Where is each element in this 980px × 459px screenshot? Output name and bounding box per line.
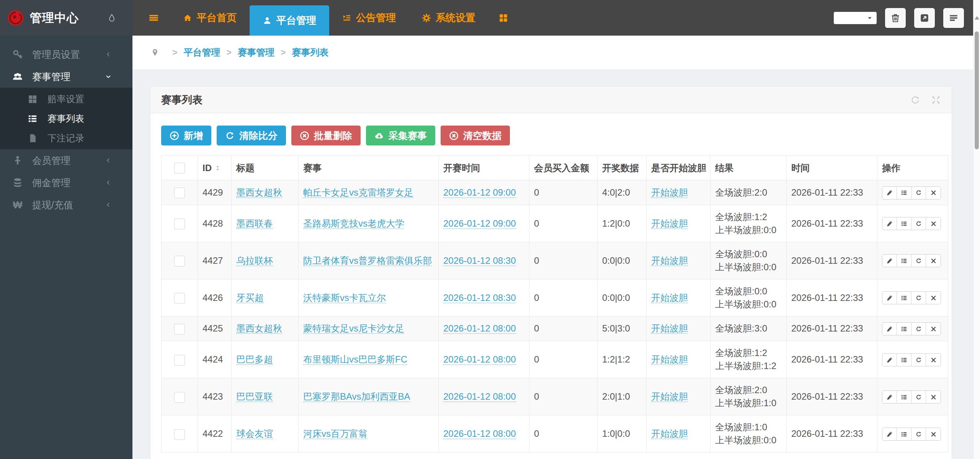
row-reload-button[interactable] [911, 217, 926, 230]
sidebar-item-withdraw-recharge[interactable]: ₩提现/充值 [0, 194, 132, 216]
row-edit-button[interactable] [882, 292, 897, 304]
row-edit-button[interactable] [882, 391, 897, 403]
cell-start-time-link[interactable]: 2026-01-12 08:00 [443, 428, 516, 439]
sidebar-item-match-manage[interactable]: 赛事管理 [0, 65, 132, 88]
breadcrumb-link[interactable]: 赛事管理 [238, 47, 274, 57]
nav-item-notice-manage[interactable]: 公告管理 [329, 0, 409, 36]
cell-title-link[interactable]: 墨西联春 [236, 218, 273, 229]
scrollbar-up-arrow[interactable] [975, 16, 979, 20]
row-list-button[interactable] [897, 323, 911, 335]
row-edit-button[interactable] [882, 428, 897, 440]
trash-button[interactable] [885, 8, 906, 28]
row-delete-button[interactable] [926, 391, 941, 403]
sidebar-subitem-match-list[interactable]: 赛事列表 [0, 109, 132, 128]
row-edit-button[interactable] [882, 255, 897, 267]
cell-match-link[interactable]: 防卫者体育vs普罗格雷索俱乐部 [303, 255, 432, 266]
row-list-button[interactable] [897, 255, 911, 267]
hamburger-icon[interactable] [149, 0, 158, 36]
row-reload-button[interactable] [911, 323, 926, 335]
header-select[interactable] [834, 12, 877, 24]
cell-start-time-link[interactable]: 2026-01-12 08:30 [443, 292, 516, 303]
cell-bodan-link[interactable]: 开始波胆 [651, 428, 688, 439]
row-delete-button[interactable] [926, 187, 941, 199]
row-edit-button[interactable] [882, 323, 897, 335]
row-checkbox[interactable] [174, 188, 185, 198]
sidebar-item-commission-manage[interactable]: 佣金管理 [0, 172, 132, 194]
row-list-button[interactable] [897, 187, 911, 199]
cell-start-time-link[interactable]: 2026-01-12 08:00 [443, 391, 516, 402]
row-delete-button[interactable] [926, 217, 941, 230]
cell-bodan-link[interactable]: 开始波胆 [651, 292, 688, 303]
row-delete-button[interactable] [926, 292, 941, 304]
add-button[interactable]: 新增 [161, 126, 211, 145]
cell-title-link[interactable]: 牙买超 [236, 292, 264, 303]
cell-bodan-link[interactable]: 开始波胆 [651, 255, 688, 266]
nav-item-platform-manage[interactable]: 平台管理 [250, 5, 329, 36]
row-checkbox[interactable] [174, 256, 185, 266]
cell-start-time-link[interactable]: 2026-01-12 08:00 [443, 354, 516, 365]
row-checkbox[interactable] [174, 293, 185, 304]
nav-item-platform-home[interactable]: 平台首页 [170, 0, 250, 36]
clear-data-button[interactable]: 清空数据 [441, 126, 510, 145]
row-reload-button[interactable] [911, 391, 926, 403]
row-edit-button[interactable] [882, 354, 897, 366]
sidebar-subitem-bet-records[interactable]: 下注记录 [0, 128, 132, 148]
cell-title-link[interactable]: 墨西女超秋 [236, 187, 282, 198]
row-reload-button[interactable] [911, 354, 926, 366]
cell-title-link[interactable]: 墨西女超秋 [236, 323, 282, 334]
row-reload-button[interactable] [911, 428, 926, 440]
row-edit-button[interactable] [882, 187, 897, 199]
row-list-button[interactable] [897, 354, 911, 366]
sidebar-item-admin-settings[interactable]: 管理员设置 [0, 43, 132, 65]
cell-bodan-link[interactable]: 开始波胆 [651, 391, 688, 402]
cell-match-link[interactable]: 蒙特瑞女足vs尼卡沙女足 [303, 323, 404, 334]
cell-bodan-link[interactable]: 开始波胆 [651, 187, 688, 198]
breadcrumb-link[interactable]: 赛事列表 [292, 47, 328, 57]
cell-title-link[interactable]: 乌拉联杯 [236, 255, 273, 266]
nav-item-system-settings[interactable]: 系统设置 [409, 0, 488, 36]
cell-match-link[interactable]: 沃特豪斯vs卡瓦立尔 [303, 292, 386, 303]
cell-match-link[interactable]: 圣路易斯竞技vs老虎大学 [303, 218, 404, 229]
row-list-button[interactable] [897, 391, 911, 403]
cell-match-link[interactable]: 布里顿斯山vs巴巴多斯FC [303, 354, 407, 365]
cell-start-time-link[interactable]: 2026-01-12 09:00 [443, 218, 516, 229]
row-delete-button[interactable] [926, 323, 941, 335]
row-list-button[interactable] [897, 217, 911, 230]
cell-match-link[interactable]: 帕丘卡女足vs克雷塔罗女足 [303, 187, 413, 198]
row-checkbox[interactable] [174, 355, 185, 366]
panel-expand-icon[interactable] [931, 95, 941, 105]
row-checkbox[interactable] [174, 429, 185, 440]
cell-title-link[interactable]: 球会友谊 [236, 428, 273, 439]
select-all-checkbox[interactable] [174, 163, 185, 173]
cell-bodan-link[interactable]: 开始波胆 [651, 323, 688, 334]
row-delete-button[interactable] [926, 354, 941, 366]
column-header-id[interactable]: ID [203, 163, 220, 173]
cell-title-link[interactable]: 巴巴亚联 [236, 391, 273, 402]
cell-bodan-link[interactable]: 开始波胆 [651, 354, 688, 365]
cell-start-time-link[interactable]: 2026-01-12 08:00 [443, 323, 516, 334]
breadcrumb-link[interactable]: 平台管理 [183, 47, 220, 57]
cell-start-time-link[interactable]: 2026-01-12 08:30 [443, 255, 516, 266]
clear-score-button[interactable]: 清除比分 [217, 126, 286, 145]
cell-title-link[interactable]: 巴巴多超 [236, 354, 273, 365]
panel-refresh-icon[interactable] [910, 95, 920, 105]
row-delete-button[interactable] [926, 255, 941, 267]
external-link-button[interactable] [914, 8, 935, 28]
cell-start-time-link[interactable]: 2026-01-12 09:00 [443, 187, 516, 198]
row-checkbox[interactable] [174, 392, 185, 403]
row-checkbox[interactable] [174, 219, 185, 229]
batch-delete-button[interactable]: 批量删除 [291, 126, 361, 145]
collect-button[interactable]: 采集赛事 [366, 126, 435, 145]
row-edit-button[interactable] [882, 217, 897, 230]
apps-grid-icon[interactable] [498, 0, 508, 36]
scrollbar-thumb[interactable] [975, 31, 979, 149]
row-checkbox[interactable] [174, 324, 185, 335]
sidebar-subitem-odds-settings[interactable]: 赔率设置 [0, 89, 132, 109]
row-delete-button[interactable] [926, 428, 941, 440]
cell-match-link[interactable]: 巴塞罗那BAvs加利西亚BA [303, 391, 410, 402]
row-list-button[interactable] [897, 292, 911, 304]
cell-match-link[interactable]: 河床vs百万富翁 [303, 428, 368, 439]
row-reload-button[interactable] [911, 255, 926, 267]
menu-lines-button[interactable] [943, 8, 964, 28]
row-list-button[interactable] [897, 428, 911, 440]
